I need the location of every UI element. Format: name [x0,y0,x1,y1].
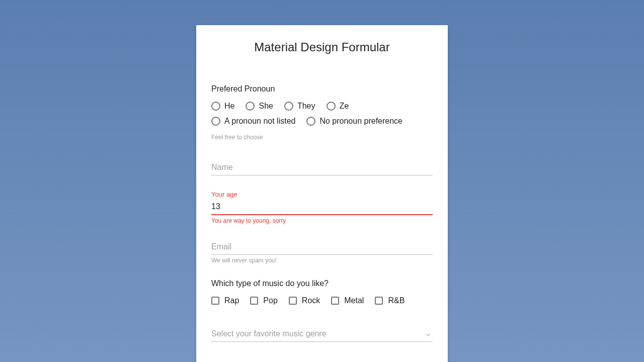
email-input[interactable] [211,239,433,255]
checkbox-icon [211,297,219,305]
radio-label: They [297,102,315,111]
radio-label: Ze [340,102,349,111]
radio-icon [306,117,315,126]
music-checkbox-metal[interactable]: Metal [331,294,364,307]
checkbox-label: R&B [388,296,405,305]
radio-label: He [224,102,234,111]
email-field: We will never spam you! [211,239,433,264]
checkbox-icon [289,297,297,305]
age-field: Your age You are way to young, sorry [211,191,433,224]
radio-icon [284,102,293,111]
form-title: Material Design Formular [211,40,433,54]
email-helper: We will never spam you! [211,257,433,264]
music-checkbox-rnb[interactable]: R&B [375,294,405,307]
age-error: You are way to young, sorry [211,217,433,224]
music-checkbox-pop[interactable]: Pop [250,294,277,307]
radio-label: She [259,102,273,111]
genre-select-placeholder: Select your favorite music genre [211,326,433,342]
music-checkbox-rock[interactable]: Rock [289,294,320,307]
music-label: Which type of music do you like? [211,279,433,288]
pronoun-label: Prefered Pronoun [211,84,433,94]
checkbox-icon [250,297,258,305]
music-checkbox-group: Rap Pop Rock Metal R&B [211,294,433,307]
pronoun-section: Prefered Pronoun He She They Ze A pronou… [211,84,433,141]
music-section: Which type of music do you like? Rap Pop… [211,279,433,307]
radio-label: A pronoun not listed [224,117,295,126]
name-field [211,160,433,175]
checkbox-icon [331,297,339,305]
radio-icon [246,102,255,111]
name-input[interactable] [211,160,433,175]
age-label: Your age [211,191,433,198]
pronoun-radio-not-listed[interactable]: A pronoun not listed [211,115,295,128]
pronoun-radio-no-preference[interactable]: No pronoun preference [306,115,403,128]
pronoun-helper: Feel free to choose [211,134,433,141]
form-card: Material Design Formular Prefered Pronou… [196,25,448,362]
age-input[interactable] [211,199,433,215]
checkbox-icon [375,297,383,305]
checkbox-label: Metal [344,296,364,305]
checkbox-label: Rock [302,296,320,305]
radio-icon [211,102,220,111]
pronoun-radio-group: He She They Ze A pronoun not listed No p… [211,100,433,128]
pronoun-radio-they[interactable]: They [284,100,315,113]
music-checkbox-rap[interactable]: Rap [211,294,239,307]
radio-label: No pronoun preference [319,117,403,126]
radio-icon [327,102,336,111]
radio-icon [211,117,220,126]
checkbox-label: Pop [263,296,277,305]
checkbox-label: Rap [224,296,239,305]
genre-select[interactable]: Select your favorite music genre [211,326,433,342]
pronoun-radio-ze[interactable]: Ze [327,100,349,113]
pronoun-radio-he[interactable]: He [211,100,234,113]
pronoun-radio-she[interactable]: She [246,100,273,113]
